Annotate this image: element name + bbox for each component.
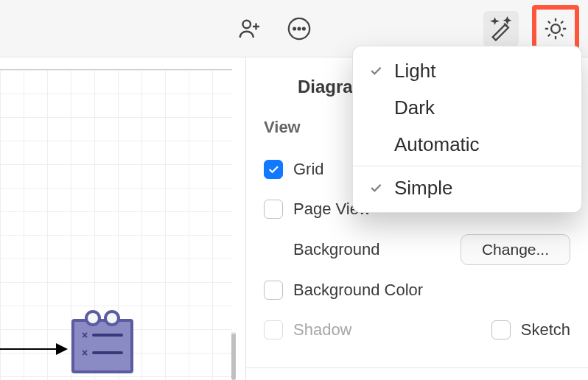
svg-point-5 <box>551 24 560 33</box>
shadow-label: Shadow <box>293 320 352 339</box>
magic-wand-icon <box>489 16 514 41</box>
background-color-row: Background Color <box>264 275 570 305</box>
change-background-button[interactable]: Change... <box>461 234 570 265</box>
menu-separator <box>353 166 581 166</box>
appearance-option-label: Simple <box>394 177 452 200</box>
canvas-scrollbar[interactable] <box>231 57 236 380</box>
node-administration[interactable]: × × <box>71 319 133 373</box>
appearance-option-automatic[interactable]: Automatic <box>353 126 581 163</box>
appearance-button-highlight <box>532 5 579 52</box>
page-view-checkbox[interactable] <box>264 200 283 219</box>
check-icon <box>368 63 384 78</box>
shadow-checkbox[interactable] <box>264 320 283 339</box>
background-color-label: Background Color <box>293 281 423 300</box>
appearance-option-label: Light <box>394 60 435 82</box>
appearance-option-dark[interactable]: Dark <box>353 89 581 126</box>
sketch-checkbox[interactable] <box>491 320 511 339</box>
grid-checkbox[interactable] <box>264 160 283 179</box>
appearance-option-light[interactable]: Light <box>353 52 581 89</box>
background-color-checkbox[interactable] <box>264 281 283 300</box>
svg-point-4 <box>303 27 305 29</box>
person-add-icon <box>237 15 264 42</box>
canvas-area[interactable]: × × Administration <box>0 57 245 380</box>
panel-divider <box>246 367 588 368</box>
appearance-option-label: Automatic <box>394 133 480 156</box>
brightness-icon <box>543 16 568 41</box>
share-button[interactable] <box>233 11 268 46</box>
more-button[interactable] <box>281 11 317 46</box>
shadow-sketch-row: Shadow Sketch <box>264 315 570 345</box>
svg-point-0 <box>243 20 251 28</box>
edge-arrow[interactable] <box>0 348 66 350</box>
appearance-option-label: Dark <box>394 96 435 119</box>
appearance-option-simple[interactable]: Simple <box>353 169 581 206</box>
svg-point-3 <box>298 27 301 29</box>
appearance-menu: Light Dark Automatic Simple <box>352 46 582 213</box>
check-icon <box>368 180 384 195</box>
background-row: Background Change... <box>293 234 570 265</box>
magic-wand-button[interactable] <box>483 11 519 46</box>
appearance-button[interactable] <box>538 11 573 46</box>
background-label: Background <box>293 240 379 259</box>
svg-point-2 <box>293 27 295 29</box>
sketch-label: Sketch <box>521 320 570 339</box>
grid-label: Grid <box>293 160 324 179</box>
more-icon <box>287 16 312 41</box>
